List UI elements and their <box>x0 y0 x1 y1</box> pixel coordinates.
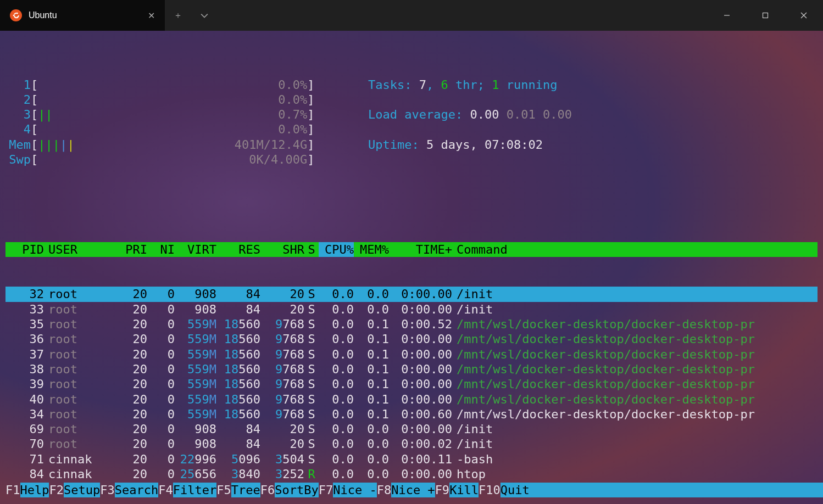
load-average-line: Load average: 0.00 0.01 0.00 <box>368 107 818 122</box>
cpu-meter-2: 2 [0.0%] <box>5 92 368 107</box>
process-row[interactable]: 38root200559M185609768S0.00.10:00.00/mnt… <box>5 362 818 377</box>
fkey-f5[interactable]: F5 <box>216 483 231 497</box>
new-tab-button[interactable]: ＋ <box>165 0 191 31</box>
process-row[interactable]: 70root2009088420S0.00.00:00.02/init <box>5 436 818 451</box>
minimize-button[interactable] <box>708 0 746 31</box>
process-row[interactable]: 39root200559M185609768S0.00.10:00.00/mnt… <box>5 377 818 391</box>
tabs-area: Ubuntu ✕ ＋ <box>0 0 218 31</box>
footer-pad <box>530 483 823 497</box>
cpu-meter-3: 3 [||0.7%] <box>5 107 368 122</box>
fkey-f8[interactable]: F8 <box>377 483 392 497</box>
window-titlebar: Ubuntu ✕ ＋ <box>0 0 823 31</box>
flabel-f8[interactable]: Nice + <box>391 483 435 497</box>
process-row[interactable]: 84cinnak2002565638403252R0.00.00:00.00ht… <box>5 467 818 481</box>
tab-dropdown-button[interactable] <box>191 0 218 31</box>
process-row[interactable]: 40root200559M185609768S0.00.10:00.00/mnt… <box>5 392 818 407</box>
tab-ubuntu[interactable]: Ubuntu ✕ <box>0 0 165 31</box>
tab-close-button[interactable]: ✕ <box>146 10 157 21</box>
flabel-f7[interactable]: Nice - <box>333 483 376 497</box>
process-row[interactable]: 35root200559M185609768S0.00.10:00.52/mnt… <box>5 317 818 332</box>
process-row[interactable]: 33root2009088420S0.00.00:00.00/init <box>5 302 818 317</box>
swp-meter: Swp[0K/4.00G] <box>5 152 368 167</box>
fkey-f2[interactable]: F2 <box>49 483 64 497</box>
mem-meter: Mem[|||||401M/12.4G] <box>5 137 368 152</box>
fkey-f1[interactable]: F1 <box>5 483 20 497</box>
svg-point-1 <box>16 13 18 14</box>
flabel-f4[interactable]: Filter <box>173 483 216 497</box>
flabel-f5[interactable]: Tree <box>231 483 260 497</box>
cpu-meter-4: 4 [0.0%] <box>5 122 368 137</box>
ubuntu-icon <box>10 9 22 21</box>
close-button[interactable] <box>785 0 823 31</box>
flabel-f3[interactable]: Search <box>115 483 158 497</box>
process-row[interactable]: 71cinnak2002299650963504S0.00.00:00.11-b… <box>5 452 818 467</box>
process-row[interactable]: 36root200559M185609768S0.00.10:00.00/mnt… <box>5 332 818 346</box>
flabel-f1[interactable]: Help <box>20 483 49 497</box>
uptime-line: Uptime: 5 days, 07:08:02 <box>368 137 818 152</box>
fkey-f10[interactable]: F10 <box>479 483 501 497</box>
tab-label: Ubuntu <box>29 10 139 20</box>
tasks-line: Tasks: 7, 6 thr; 1 running <box>368 77 818 92</box>
process-row[interactable]: 69root2009088420S0.00.00:00.00/init <box>5 422 818 436</box>
flabel-f2[interactable]: Setup <box>64 483 100 497</box>
fkey-f3[interactable]: F3 <box>100 483 115 497</box>
process-row[interactable]: 37root200559M185609768S0.00.10:00.00/mnt… <box>5 347 818 362</box>
fkey-f9[interactable]: F9 <box>435 483 450 497</box>
window-controls <box>708 0 823 31</box>
fkey-f6[interactable]: F6 <box>260 483 275 497</box>
flabel-f9[interactable]: Kill <box>449 483 479 497</box>
fkey-f7[interactable]: F7 <box>319 483 333 497</box>
process-header-row[interactable]: PIDUSERPRINIVIRTRESSHRSCPU%MEM%TIME+Comm… <box>5 242 818 257</box>
process-row[interactable]: 34root200559M185609768S0.00.10:00.60/mnt… <box>5 407 818 422</box>
cpu-meter-1: 1 [0.0%] <box>5 77 368 92</box>
flabel-f10[interactable]: Quit <box>501 483 530 497</box>
terminal-output[interactable]: 1 [0.0%]2 [0.0%]3 [||0.7%]4 [0.0%]Mem[||… <box>0 31 823 497</box>
fkey-f4[interactable]: F4 <box>158 483 173 497</box>
maximize-button[interactable] <box>746 0 785 31</box>
svg-rect-4 <box>763 13 768 18</box>
flabel-f6[interactable]: SortBy <box>275 483 318 497</box>
process-row[interactable]: 32root2009088420S0.00.00:00.00/init <box>5 287 818 301</box>
function-key-bar: F1Help F2Setup F3SearchF4FilterF5Tree F6… <box>5 483 823 497</box>
